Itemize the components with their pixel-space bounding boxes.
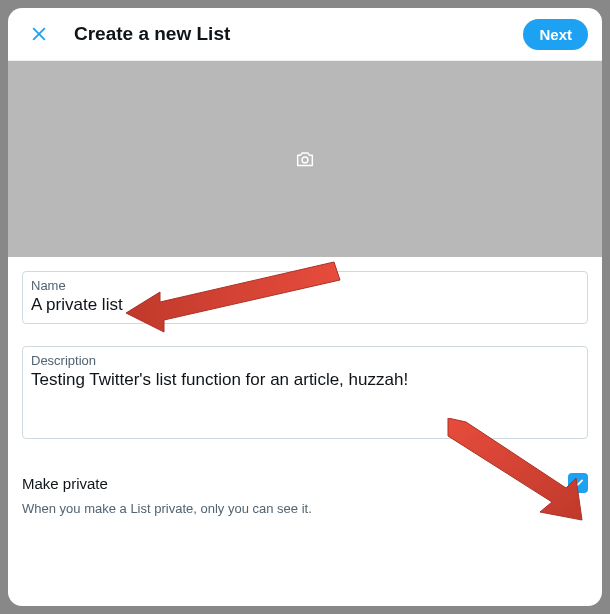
name-input[interactable]: [31, 295, 579, 315]
make-private-checkbox[interactable]: [568, 473, 588, 493]
description-input[interactable]: [31, 370, 579, 426]
banner-upload-area[interactable]: [8, 61, 602, 257]
create-list-modal: Create a new List Next Name Description …: [8, 8, 602, 606]
next-button[interactable]: Next: [523, 19, 588, 50]
close-button[interactable]: [22, 17, 56, 51]
modal-title: Create a new List: [74, 23, 523, 45]
form-body: Name Description Make private When you m…: [8, 257, 602, 606]
make-private-row: Make private: [22, 461, 588, 495]
name-field[interactable]: Name: [22, 271, 588, 324]
description-field[interactable]: Description: [22, 346, 588, 439]
camera-icon: [294, 148, 316, 170]
description-label: Description: [31, 353, 579, 368]
svg-point-2: [302, 157, 308, 163]
name-label: Name: [31, 278, 579, 293]
add-banner-button[interactable]: [283, 137, 327, 181]
make-private-label: Make private: [22, 475, 108, 492]
close-icon: [29, 24, 49, 44]
modal-header: Create a new List Next: [8, 8, 602, 61]
make-private-help: When you make a List private, only you c…: [22, 501, 588, 516]
check-icon: [571, 476, 585, 490]
